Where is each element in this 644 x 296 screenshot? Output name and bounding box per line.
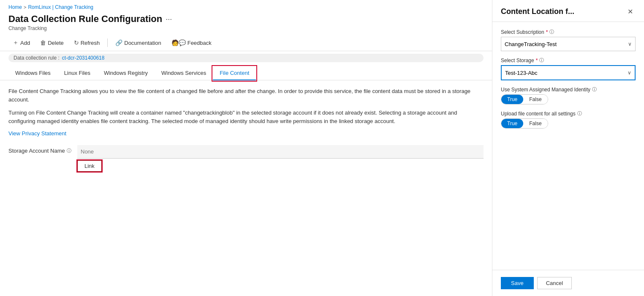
panel-footer: Save Cancel (492, 270, 644, 296)
subscription-label: Select Subscription * ⓘ (501, 29, 636, 35)
tab-linux-files[interactable]: Linux Files (57, 66, 97, 80)
storage-name-label: Storage Account Name ⓘ (8, 145, 74, 154)
documentation-button[interactable]: 🔗 Documentation (111, 38, 165, 48)
page-menu-icon[interactable]: ··· (166, 15, 172, 24)
storage-select[interactable]: Test-123-Abc (502, 66, 635, 79)
cancel-button[interactable]: Cancel (537, 277, 572, 289)
managed-identity-toggle: True False (501, 94, 548, 104)
feedback-icon: 🧑‍💬 (171, 39, 186, 46)
subscription-info-icon: ⓘ (549, 29, 554, 35)
documentation-label: Documentation (124, 40, 161, 46)
delete-button[interactable]: 🗑 Delete (36, 38, 68, 48)
toolbar-separator (107, 38, 108, 47)
tab-windows-registry[interactable]: Windows Registry (97, 66, 155, 80)
storage-text-input[interactable] (77, 145, 484, 159)
upload-info-icon: ⓘ (577, 110, 582, 117)
panel-title: Content Location f... (501, 7, 574, 16)
managed-identity-true-btn[interactable]: True (501, 95, 523, 104)
subscription-group: Select Subscription * ⓘ ChangeTracking-T… (501, 29, 636, 51)
storage-select-label: Select Storage * ⓘ (501, 57, 636, 63)
breadcrumb-romlinux[interactable]: RomLinux | Change Tracking (28, 4, 93, 10)
toolbar: ＋ Add 🗑 Delete ↻ Refresh 🔗 Documentation… (0, 35, 492, 51)
upload-group: Upload file content for all settings ⓘ T… (501, 110, 636, 129)
refresh-button[interactable]: ↻ Refresh (70, 38, 104, 48)
page-title-area: Data Collection Rule Configuration ··· (0, 12, 492, 25)
storage-info-icon: ⓘ (67, 148, 71, 154)
description-text-2: Turning on File Content Change Tracking … (8, 109, 484, 125)
breadcrumb: Home > RomLinux | Change Tracking (0, 0, 492, 12)
side-panel: Content Location f... ✕ Select Subscript… (492, 0, 644, 296)
rule-badge-value: ct-dcr-2031400618 (62, 55, 105, 61)
panel-header: Content Location f... ✕ (492, 0, 644, 22)
storage-select-group: Select Storage * ⓘ Test-123-Abc ∨ (501, 57, 636, 80)
storage-label-text: Storage Account Name (8, 148, 65, 154)
subscription-select[interactable]: ChangeTracking-Test (501, 37, 635, 51)
managed-identity-false-btn[interactable]: False (523, 95, 547, 104)
storage-required: * (536, 58, 538, 63)
storage-select-wrapper: Test-123-Abc ∨ (501, 65, 636, 80)
panel-close-button[interactable]: ✕ (625, 7, 636, 16)
subscription-select-wrapper: ChangeTracking-Test ∨ (501, 37, 636, 51)
upload-label: Upload file content for all settings ⓘ (501, 110, 636, 117)
add-label: Add (20, 40, 30, 46)
tabs: Windows Files Linux Files Windows Regist… (0, 66, 492, 80)
feedback-label: Feedback (187, 40, 212, 46)
storage-input-col: Link (77, 145, 484, 172)
managed-identity-info-icon: ⓘ (592, 86, 597, 93)
page-title: Data Collection Rule Configuration (8, 14, 162, 25)
panel-body: Select Subscription * ⓘ ChangeTracking-T… (492, 22, 644, 270)
feedback-button[interactable]: 🧑‍💬 Feedback (167, 38, 216, 48)
tab-file-content[interactable]: File Content (213, 66, 256, 80)
page-subtitle: Change Tracking (0, 25, 492, 35)
upload-false-btn[interactable]: False (523, 119, 547, 128)
rule-badge: Data collection rule : ct-dcr-2031400618 (8, 54, 484, 62)
storage-name-area: Storage Account Name ⓘ Link (8, 145, 484, 172)
refresh-icon: ↻ (74, 39, 79, 46)
upload-toggle: True False (501, 118, 548, 129)
add-button[interactable]: ＋ Add (8, 37, 34, 48)
managed-identity-label: Use System Assigned Managed Identity ⓘ (501, 86, 636, 93)
breadcrumb-home[interactable]: Home (8, 4, 22, 10)
delete-icon: 🗑 (40, 39, 46, 46)
managed-identity-group: Use System Assigned Managed Identity ⓘ T… (501, 86, 636, 104)
breadcrumb-sep1: > (24, 5, 26, 10)
privacy-link[interactable]: View Privacy Statement (8, 130, 66, 137)
link-button[interactable]: Link (77, 160, 102, 172)
storage-select-info-icon: ⓘ (539, 57, 544, 63)
upload-true-btn[interactable]: True (501, 119, 523, 128)
subscription-required: * (546, 29, 548, 35)
tab-windows-services[interactable]: Windows Services (155, 66, 213, 80)
content-body: File Content Change Tracking allows you … (0, 80, 492, 296)
tab-windows-files[interactable]: Windows Files (8, 66, 57, 80)
delete-label: Delete (48, 40, 64, 46)
rule-badge-label: Data collection rule : (14, 55, 60, 61)
refresh-label: Refresh (81, 40, 100, 46)
description-text-1: File Content Change Tracking allows you … (8, 87, 484, 104)
save-button[interactable]: Save (501, 277, 534, 289)
documentation-icon: 🔗 (115, 39, 122, 46)
add-icon: ＋ (13, 39, 19, 47)
